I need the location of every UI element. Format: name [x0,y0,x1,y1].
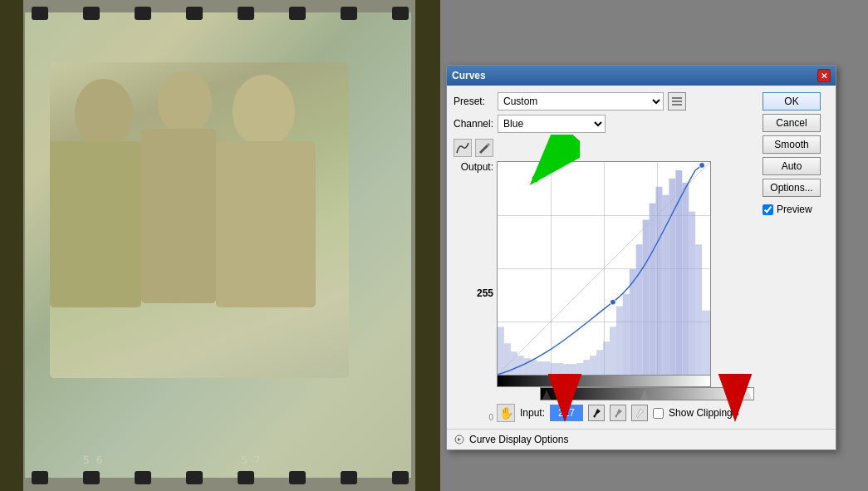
eyedropper-gray-button[interactable] [610,405,626,421]
perf [32,471,48,484]
input-value[interactable]: 217 [550,405,583,421]
svg-rect-18 [596,350,603,375]
svg-rect-7 [524,358,531,375]
svg-rect-17 [590,356,596,375]
expand-icon [454,435,465,444]
dialog-titlebar: Curves ✕ [447,66,836,86]
output-label-area: Output: 255 0 [454,161,497,422]
ok-button[interactable]: OK [763,92,821,110]
curve-display-label: Curve Display Options [469,434,568,445]
perf [341,471,357,484]
preset-icon-button[interactable] [668,92,686,110]
pencil-tool-button[interactable] [475,139,493,157]
output-gradient-bar [497,376,711,387]
svg-rect-32 [689,212,695,375]
eyedropper-white-button[interactable] [631,405,648,421]
eyedropper-black-button[interactable] [588,405,605,421]
perf [83,471,100,484]
svg-rect-14 [570,364,576,375]
input-label: Input: [520,407,545,419]
show-clipping-label: Show Clipping [669,407,733,419]
svg-rect-3 [498,327,504,375]
channel-select[interactable]: RGB Red Green Blue [498,115,606,133]
photo-background: 5 6 5 7 [0,0,440,491]
perf [392,7,409,20]
options-button[interactable]: Options... [763,179,821,197]
perf [186,471,203,484]
curves-svg [498,162,710,375]
graph-area: ✋ Input: 217 [497,161,754,422]
dialog-right-panel: OK Cancel Smooth Auto Options... Preview [763,92,829,422]
curve-display-options-row[interactable]: Curve Display Options [447,429,836,449]
svg-rect-20 [610,327,616,375]
perf [238,7,254,20]
perf [341,7,357,20]
white-point-handle[interactable] [743,390,752,400]
svg-rect-5 [511,351,517,375]
svg-rect-33 [695,244,702,375]
close-button[interactable]: ✕ [817,69,831,82]
svg-rect-31 [682,183,689,375]
perf [135,7,151,20]
preset-label: Preset: [454,96,493,107]
svg-rect-13 [563,364,570,375]
film-number-right: 5 7 [241,454,260,466]
perf [392,471,409,484]
input-slider-track [540,387,754,400]
perf [32,7,48,20]
preview-row: Preview [763,204,829,215]
channel-row: Channel: RGB Red Green Blue [454,115,756,133]
svg-rect-19 [603,341,610,375]
preset-row: Preset: Custom [454,92,756,110]
auto-button[interactable]: Auto [763,157,821,175]
svg-rect-12 [557,363,563,375]
preview-checkbox[interactable] [763,204,773,215]
svg-rect-22 [623,294,630,375]
perf [289,471,306,484]
output-value: 255 [477,287,493,299]
preset-select[interactable]: Custom [498,92,664,110]
input-slider-area [540,387,754,400]
perf [186,7,203,20]
curves-dialog: Curves ✕ Preset: Custom [446,65,836,450]
curve-tool-button[interactable] [454,139,472,157]
film-number-left: 5 6 [83,454,102,466]
dialog-title: Curves [452,70,486,81]
perf [289,7,306,20]
svg-rect-11 [551,363,557,375]
output-label: Output: [461,161,493,173]
curves-graph[interactable] [497,161,711,376]
svg-rect-34 [702,311,710,375]
channel-label: Channel: [454,118,493,130]
svg-rect-9 [537,361,544,375]
show-clipping-checkbox[interactable] [653,408,664,419]
svg-rect-8 [531,360,537,375]
svg-point-36 [699,162,705,168]
svg-rect-26 [650,204,656,375]
input-row: ✋ Input: 217 [497,404,754,422]
dialog-left-panel: Preset: Custom Channel: RGB Red [454,92,756,422]
perf [83,7,100,20]
svg-rect-24 [636,244,643,375]
dialog-body: Preset: Custom Channel: RGB Red [447,86,836,429]
film-photo [25,12,411,478]
svg-rect-15 [576,363,583,375]
tools-row [454,139,756,157]
perf [238,471,254,484]
output-min: 0 [488,413,493,422]
black-point-handle[interactable] [542,390,551,400]
svg-rect-16 [583,360,590,375]
hand-tool-button[interactable]: ✋ [497,404,515,422]
svg-rect-25 [643,219,650,375]
cancel-button[interactable]: Cancel [763,114,821,132]
curves-graph-wrapper: Output: 255 0 [454,161,756,422]
svg-rect-21 [616,307,623,375]
gray-point-handle[interactable] [640,390,649,400]
svg-point-37 [610,299,615,305]
svg-rect-10 [544,361,551,375]
smooth-button[interactable]: Smooth [763,135,821,154]
perf [135,471,151,484]
preview-label: Preview [777,204,812,215]
